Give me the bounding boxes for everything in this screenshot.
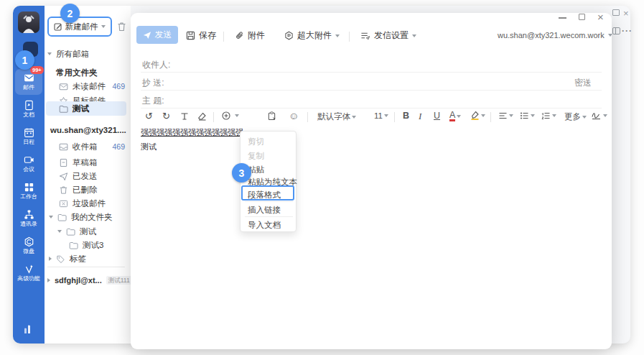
clear-format-icon[interactable] [197, 112, 207, 121]
bullet-list-button[interactable] [520, 111, 535, 120]
inbox-icon [59, 142, 68, 152]
sidebar-account-1[interactable]: wu.shan@xty321.... [50, 124, 126, 137]
sidebar-item-tags[interactable]: 标签 [49, 252, 86, 265]
cc-field-label: 抄 送: [142, 77, 164, 89]
more-menu-icon[interactable]: ··· [622, 26, 633, 36]
insert-plus-icon [222, 111, 230, 120]
chevron-down-icon [603, 114, 607, 117]
bold-button[interactable]: B [403, 111, 409, 121]
numbered-list-icon [541, 111, 551, 120]
send-settings-button[interactable]: 发信设置 [360, 29, 416, 42]
body-text-line1: 强强强强强强强强强强强强强 [141, 127, 243, 138]
font-family-select[interactable]: 默认字体 [317, 111, 356, 122]
chevron-right-icon [47, 278, 50, 282]
sidebar-item-inbox[interactable]: 收件箱 469 [59, 140, 125, 153]
field-divider [141, 72, 602, 73]
sidebar-item-test[interactable]: 测试 [59, 102, 89, 115]
menu-divider [245, 216, 293, 217]
restore-icon[interactable] [612, 9, 620, 16]
format-painter-icon[interactable] [180, 112, 189, 121]
chevron-down-icon [457, 115, 461, 118]
unread-count: 469 [112, 82, 125, 91]
numbered-list-button[interactable] [541, 111, 556, 120]
save-button[interactable]: 保存 [186, 29, 216, 42]
rail-item-meeting[interactable]: 会议 [13, 155, 45, 172]
attachment-button[interactable]: 附件 [235, 29, 265, 42]
stats-icon[interactable] [22, 323, 34, 335]
tag-icon [56, 254, 65, 264]
rail-item-workbench[interactable]: 工作台 [13, 182, 45, 200]
send-plane-icon [143, 31, 151, 40]
sender-account-selector[interactable]: wu.shan@xty321.wecom.work [498, 31, 612, 40]
menu-item-cut: 剪切 [248, 137, 264, 147]
menu-item-insert-link[interactable]: 插入链接 [248, 205, 281, 216]
sidebar-item-all-mailboxes[interactable]: 所有邮箱 [47, 47, 89, 60]
rail-item-advanced[interactable]: 高级功能 [13, 264, 45, 282]
minimize-icon[interactable] [559, 17, 566, 19]
highlight-color-button[interactable] [470, 111, 485, 120]
annotation-badge-3: 3 [232, 163, 251, 183]
chevron-down-icon [608, 34, 612, 37]
menu-item-import-doc[interactable]: 导入文档 [248, 220, 281, 231]
align-icon [498, 111, 508, 120]
trash-icon[interactable] [117, 22, 126, 32]
account-tag-badge: 测试111 [106, 276, 132, 285]
menu-item-copy: 复制 [248, 151, 264, 162]
rail-item-calendar[interactable]: 日程 [13, 127, 45, 145]
sidebar-account-2[interactable]: sdfghjl@xt... 测试111 [47, 274, 132, 287]
italic-button[interactable]: I [419, 111, 421, 122]
chevron-right-icon [49, 257, 52, 261]
rail-item-contacts[interactable]: 通讯录 [13, 209, 45, 227]
maximize-icon[interactable] [579, 14, 585, 20]
underline-button[interactable]: U [434, 111, 440, 121]
rail-item-docs[interactable]: 文档 [13, 100, 45, 118]
sidebar-item-my-folders[interactable]: 我的文件夹 [49, 211, 113, 223]
signature-button[interactable] [591, 111, 607, 120]
bullet-list-icon [520, 111, 529, 120]
bcc-toggle[interactable]: 密送 [574, 77, 592, 89]
sidebar-item-drafts[interactable]: 草稿箱 [59, 156, 98, 169]
paperclip-icon [235, 31, 244, 40]
rail-item-mail[interactable]: 99+ 邮件 [13, 73, 45, 91]
chevron-down-icon [412, 34, 416, 37]
toolbar-divider [213, 112, 214, 122]
advanced-icon [24, 264, 34, 275]
sidebar-item-sent[interactable]: 已发送 [59, 170, 98, 183]
close-main-icon[interactable]: × [623, 8, 629, 19]
cc-field-input[interactable] [172, 75, 560, 88]
sidebar-item-unread[interactable]: 未读邮件 469 [59, 80, 125, 93]
rail-item-drive[interactable]: 微盘 [13, 236, 45, 254]
contacts-icon [24, 209, 34, 220]
redo-icon[interactable]: ↻ [162, 111, 170, 121]
to-field-input[interactable] [172, 57, 574, 70]
panel-icon[interactable] [612, 27, 620, 34]
body-text-line2: 测试 [141, 142, 157, 152]
emoji-icon[interactable]: ☺ [289, 111, 299, 121]
font-size-select[interactable]: 11 [374, 111, 388, 120]
highlighter-icon [470, 111, 480, 120]
workbench-icon [24, 182, 34, 193]
sidebar-item-my-test[interactable]: 测试 [57, 225, 96, 238]
close-compose-icon[interactable]: × [597, 12, 604, 22]
screenshot-root: × ··· 1 99+ 邮件 文档 日程 会议 工作台 通讯录 微盘 [0, 0, 644, 355]
sidebar-item-junk[interactable]: 垃圾邮件 [59, 197, 106, 210]
subject-field-input[interactable] [172, 93, 574, 106]
message-body-editor[interactable] [131, 124, 612, 349]
align-button[interactable] [498, 111, 513, 120]
envelope-icon [59, 82, 68, 91]
send-button[interactable]: 发送 [136, 26, 178, 44]
annotation-badge-1: 1 [15, 50, 34, 70]
font-color-button[interactable]: A [449, 111, 461, 121]
field-divider [141, 90, 602, 91]
large-attachment-button[interactable]: 超大附件 [284, 29, 340, 42]
chevron-down-icon [552, 114, 556, 117]
insert-menu[interactable] [222, 111, 239, 120]
sidebar-item-my-test3[interactable]: 测试3 [69, 239, 103, 252]
avatar[interactable] [18, 11, 39, 33]
paste-board-icon[interactable] [267, 111, 276, 121]
more-format-button[interactable]: 更多 [564, 111, 587, 122]
chevron-down-icon [57, 230, 62, 233]
undo-icon[interactable]: ↺ [145, 111, 153, 121]
toolbar-divider [394, 112, 395, 122]
sidebar-item-deleted[interactable]: 已删除 [59, 183, 98, 196]
